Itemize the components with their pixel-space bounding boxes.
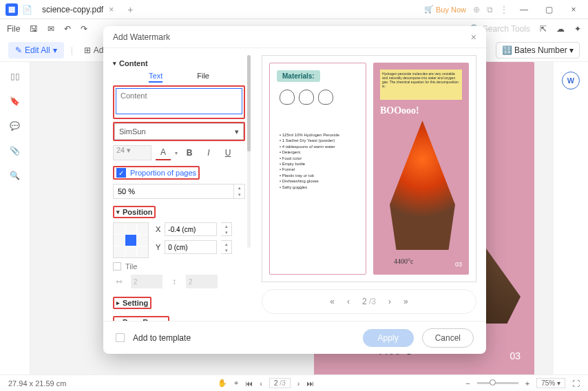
position-grid[interactable]	[113, 222, 149, 258]
apply-button[interactable]: Apply	[363, 329, 414, 347]
materials-list: 125ml 10% Hydrogen Peroxide1 Sachet Dry …	[280, 132, 339, 190]
edit-all-button[interactable]: ✎ Edit All ▾	[8, 42, 64, 59]
cancel-button[interactable]: Cancel	[422, 328, 474, 348]
document-tab[interactable]: science-copy.pdf ×	[35, 2, 120, 17]
proportion-spinner[interactable]: ▴▾	[234, 184, 245, 199]
highlight-content-input	[113, 85, 245, 119]
dialog-title: Add Watermark	[113, 32, 170, 42]
maximize-button[interactable]: ▢	[540, 3, 558, 17]
word-export-icon[interactable]: W	[562, 72, 580, 89]
y-spinner[interactable]: ▴▾	[221, 240, 232, 254]
attachment-icon[interactable]: 📎	[10, 146, 20, 156]
bookmark-icon[interactable]: 🔖	[10, 96, 20, 106]
menu-icon-undo[interactable]: ↶	[64, 24, 71, 34]
highlight-proportion: ✓ Proportion of pages	[113, 166, 200, 180]
right-sidebar: W	[554, 62, 588, 374]
x-spinner[interactable]: ▴▾	[221, 222, 232, 236]
highlight-setting: ▸ Setting	[113, 297, 151, 309]
add-template-checkbox[interactable]	[116, 333, 125, 342]
chevron-down-icon[interactable]: ▾	[175, 150, 178, 156]
tab-file[interactable]: File	[197, 72, 209, 83]
comment-icon[interactable]: 💬	[10, 121, 20, 131]
new-tab-button[interactable]: +	[127, 4, 133, 15]
zoom-slider[interactable]	[477, 382, 518, 384]
app-icon: ▦	[6, 3, 18, 16]
page-indicator[interactable]: 2 /3	[269, 378, 291, 388]
list-item: Dishwashing gloves	[280, 178, 339, 184]
bold-button[interactable]: B	[182, 145, 197, 160]
first-page-icon[interactable]: ⏮	[245, 379, 253, 388]
panel-scrollbar[interactable]	[247, 55, 251, 248]
close-tab-icon[interactable]: ×	[109, 5, 114, 14]
close-window-button[interactable]: ×	[565, 3, 582, 17]
dialog-close-button[interactable]: ×	[471, 32, 476, 43]
next-page-button[interactable]: ›	[388, 297, 391, 306]
chevron-down-icon: ▾	[569, 45, 574, 55]
zoom-select[interactable]: 75% ▾	[536, 378, 565, 388]
buy-now-link[interactable]: 🛒 Buy Now	[424, 5, 466, 14]
font-color-button[interactable]: A	[156, 145, 171, 160]
tile-checkbox[interactable]	[113, 262, 121, 271]
vdiv: |	[71, 45, 73, 55]
expand-icon: ▸	[116, 299, 120, 306]
pager-value: 2 /3	[362, 297, 376, 306]
list-item: Food color	[280, 156, 339, 161]
position-center[interactable]	[125, 235, 136, 246]
v-distribute-icon: ↕	[168, 275, 180, 288]
bates-icon: 🔢	[502, 45, 512, 55]
bates-number-button[interactable]: 🔢 Bates Number ▾	[496, 42, 580, 59]
menu-icon-mail[interactable]: ✉	[48, 24, 54, 34]
prev-page-button[interactable]: ‹	[347, 297, 350, 306]
preview-pager: « ‹ 2 /3 › »	[262, 289, 476, 314]
x-offset-input[interactable]	[165, 222, 217, 236]
menu-icon-save[interactable]: 🖫	[30, 24, 38, 34]
watermark-content-input[interactable]	[116, 88, 242, 114]
kebab-icon[interactable]: ⋮	[500, 5, 508, 14]
cloud-icon[interactable]: ☁	[556, 24, 565, 34]
notify-icon[interactable]: ⧉	[487, 5, 493, 14]
add-template-label: Add to template	[133, 333, 191, 343]
tab-title: science-copy.pdf	[42, 5, 103, 14]
globe-icon[interactable]: ⊕	[473, 5, 480, 14]
tab-text[interactable]: Text	[149, 72, 162, 83]
zoom-out-button[interactable]: −	[465, 379, 470, 388]
thumbnails-icon[interactable]: ▯▯	[10, 72, 20, 81]
share-icon[interactable]: ⇱	[540, 24, 547, 34]
materials-badge: Materials:	[277, 70, 320, 82]
menu-file[interactable]: File	[7, 24, 20, 34]
list-item: Detergent	[280, 149, 339, 155]
h-distribute-icon: ⇿	[113, 275, 125, 288]
font-size-select[interactable]: 24 ▾	[113, 145, 151, 160]
volcano-art	[390, 120, 455, 250]
fit-page-icon[interactable]: ⛶	[572, 379, 580, 388]
first-page-button[interactable]: «	[330, 297, 335, 306]
page-dimensions: 27.94 x 21.59 cm	[8, 379, 66, 388]
search-icon[interactable]: 🔍	[10, 171, 20, 180]
y-offset-input[interactable]	[165, 240, 217, 254]
zoom-in-button[interactable]: +	[525, 379, 529, 388]
expand-icon: ▸	[116, 319, 120, 321]
h-distribute-input[interactable]	[131, 275, 162, 288]
prev-page-icon[interactable]: ‹	[260, 379, 262, 388]
dialog-settings-panel: ▾ Content Text File SimSun ▾ 24 ▾ A ▾	[103, 48, 252, 321]
proportion-input[interactable]	[113, 184, 234, 199]
hand-tool-icon[interactable]: ✋	[218, 379, 227, 388]
underline-button[interactable]: U	[220, 145, 235, 160]
list-item: Plastic tray or tub	[280, 173, 339, 178]
proportion-checkbox[interactable]: ✓	[116, 168, 126, 178]
select-tool-icon[interactable]: ⌖	[234, 379, 238, 388]
left-sidebar: ▯▯ 🔖 💬 📎 🔍	[0, 62, 30, 374]
font-format-row: 24 ▾ A ▾ B I U	[113, 145, 245, 160]
last-page-button[interactable]: »	[403, 297, 408, 306]
next-page-icon[interactable]: ›	[297, 379, 300, 388]
minimize-button[interactable]: —	[515, 3, 533, 17]
font-select[interactable]: SimSun ▾	[114, 123, 244, 140]
italic-button[interactable]: I	[201, 145, 216, 160]
menu-icon-redo[interactable]: ↷	[81, 24, 87, 34]
preview-page-left: Materials: 125ml 10% Hydrogen Peroxide1 …	[269, 63, 366, 275]
content-section-header[interactable]: ▾ Content	[113, 59, 245, 67]
v-distribute-input[interactable]	[186, 275, 218, 288]
pen-icon: ✎	[15, 45, 22, 55]
help-icon[interactable]: ✦	[574, 24, 581, 34]
last-page-icon[interactable]: ⏭	[306, 379, 314, 388]
